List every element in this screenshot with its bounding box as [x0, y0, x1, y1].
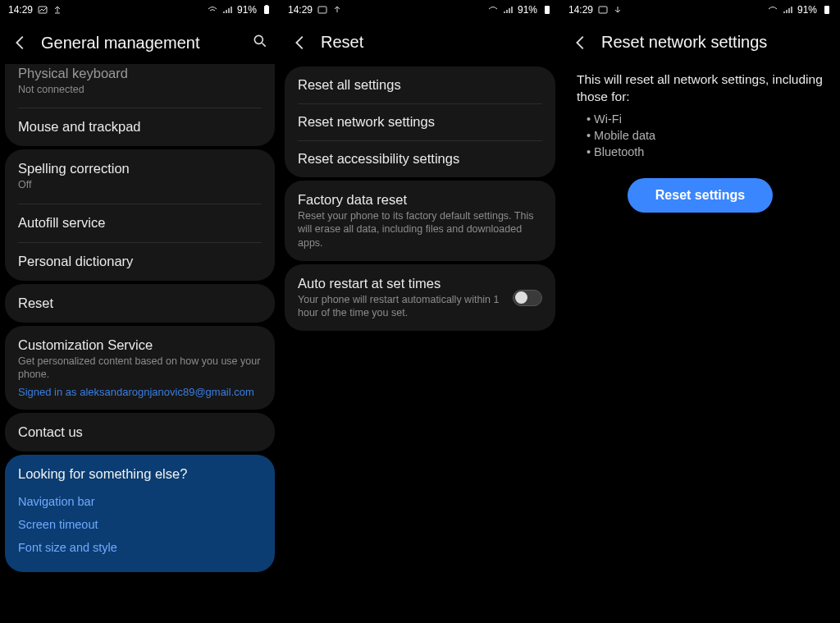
page-title: Reset network settings [601, 33, 767, 52]
bullet-mobile-data: Mobile data [587, 127, 824, 144]
svg-point-3 [254, 35, 262, 44]
status-bar: 14:29 91% [280, 0, 560, 20]
group-text-input: Spelling correction Off Autofill service… [5, 149, 275, 280]
screen-reset: 14:29 91% Reset Reset all settings Reset… [280, 0, 560, 623]
battery-pct: 91% [237, 4, 257, 16]
row-reset-accessibility-settings[interactable]: Reset accessibility settings [285, 140, 555, 177]
upload-icon [52, 5, 62, 15]
row-title: Factory data reset [298, 192, 542, 208]
row-subtitle: Reset your phone to its factory default … [298, 209, 542, 250]
app-bar: Reset network settings [560, 20, 840, 63]
row-reset-network-settings[interactable]: Reset network settings [285, 103, 555, 140]
row-subtitle: Not connected [18, 83, 262, 96]
group-customization: Customization Service Get personalized c… [5, 326, 275, 410]
clock: 14:29 [8, 4, 33, 16]
group-auto-restart: Auto restart at set times Your phone wil… [285, 264, 555, 332]
group-reset: Reset [5, 284, 275, 323]
battery-icon [262, 5, 272, 15]
svg-rect-2 [266, 5, 268, 7]
row-physical-keyboard[interactable]: Physical keyboard Not connected [5, 64, 275, 108]
row-autofill-service[interactable]: Autofill service [5, 204, 275, 242]
clock: 14:29 [288, 4, 313, 16]
row-mouse-trackpad[interactable]: Mouse and trackpad [5, 108, 275, 146]
battery-pct: 91% [797, 4, 817, 16]
wifi-icon [768, 5, 778, 15]
download-icon [613, 5, 623, 15]
signed-in-link[interactable]: Signed in as aleksandarognjanovic89@gmai… [18, 386, 262, 398]
row-title: Reset all settings [298, 77, 542, 93]
upload-icon [332, 5, 342, 15]
row-title: Personal dictionary [18, 254, 262, 269]
screen-reset-network-settings: 14:29 91% Reset network settings This wi… [560, 0, 840, 623]
status-bar: 14:29 91% [560, 0, 840, 20]
app-bar: Reset [280, 20, 560, 63]
svg-rect-1 [264, 6, 269, 14]
reset-settings-button[interactable]: Reset settings [628, 178, 773, 213]
battery-icon [822, 5, 832, 15]
row-auto-restart[interactable]: Auto restart at set times Your phone wil… [285, 264, 555, 332]
wifi-icon [488, 5, 498, 15]
signal-icon [783, 5, 792, 15]
row-factory-data-reset[interactable]: Factory data reset Reset your phone to i… [285, 181, 555, 261]
status-bar: 14:29 91% [0, 0, 280, 20]
row-customization-service[interactable]: Customization Service Get personalized c… [5, 326, 275, 410]
row-title: Spelling correction [18, 161, 262, 176]
link-screen-timeout[interactable]: Screen timeout [18, 513, 262, 536]
battery-pct: 91% [518, 4, 537, 16]
back-icon[interactable] [291, 34, 309, 52]
svg-rect-5 [545, 6, 550, 14]
svg-rect-6 [599, 7, 607, 13]
looking-for-title: Looking for something else? [18, 466, 262, 482]
svg-rect-7 [824, 6, 829, 14]
group-input-devices: Physical keyboard Not connected Mouse an… [5, 64, 275, 146]
row-title: Mouse and trackpad [18, 119, 262, 135]
looking-for-block: Looking for something else? Navigation b… [5, 455, 275, 572]
row-subtitle: Your phone will restart automatically wi… [298, 293, 506, 320]
reset-description: This will reset all network settings, in… [560, 63, 840, 106]
row-subtitle: Get personalized content based on how yo… [18, 355, 262, 382]
row-spelling-correction[interactable]: Spelling correction Off [5, 149, 275, 203]
svg-rect-4 [318, 7, 326, 13]
row-title: Physical keyboard [18, 66, 262, 81]
back-icon[interactable] [11, 34, 30, 52]
row-title: Contact us [18, 424, 262, 440]
screen-general-management: 14:29 91% General management Physical ke… [0, 0, 280, 623]
row-personal-dictionary[interactable]: Personal dictionary [5, 242, 275, 281]
page-title: Reset [321, 33, 363, 52]
image-icon [38, 5, 48, 15]
battery-icon [542, 5, 552, 15]
group-factory-reset: Factory data reset Reset your phone to i… [285, 181, 555, 261]
row-title: Reset [18, 295, 262, 311]
row-title: Auto restart at set times [298, 276, 506, 291]
app-bar: General management [0, 20, 280, 64]
image-icon [317, 5, 327, 15]
back-icon[interactable] [572, 34, 590, 52]
signal-icon [222, 5, 232, 15]
row-title: Reset network settings [298, 114, 542, 130]
reset-bullets: Wi-Fi Mobile data Bluetooth [560, 106, 840, 160]
link-font-size-style[interactable]: Font size and style [18, 536, 262, 559]
image-icon [598, 5, 608, 15]
row-subtitle: Off [18, 178, 262, 191]
auto-restart-toggle[interactable] [513, 290, 542, 306]
link-navigation-bar[interactable]: Navigation bar [18, 490, 262, 513]
row-reset-all-settings[interactable]: Reset all settings [285, 66, 555, 103]
page-title: General management [41, 34, 199, 53]
row-title: Reset accessibility settings [298, 151, 542, 167]
row-contact-us[interactable]: Contact us [5, 413, 275, 451]
search-icon[interactable] [252, 33, 268, 53]
clock: 14:29 [568, 4, 593, 16]
signal-icon [503, 5, 513, 15]
group-reset-options: Reset all settings Reset network setting… [285, 66, 555, 177]
wifi-icon [208, 5, 217, 15]
row-reset[interactable]: Reset [5, 284, 275, 323]
row-title: Autofill service [18, 215, 262, 231]
bullet-bluetooth: Bluetooth [587, 144, 824, 160]
row-title: Customization Service [18, 337, 262, 353]
bullet-wifi: Wi-Fi [587, 111, 824, 127]
group-contact: Contact us [5, 413, 275, 451]
